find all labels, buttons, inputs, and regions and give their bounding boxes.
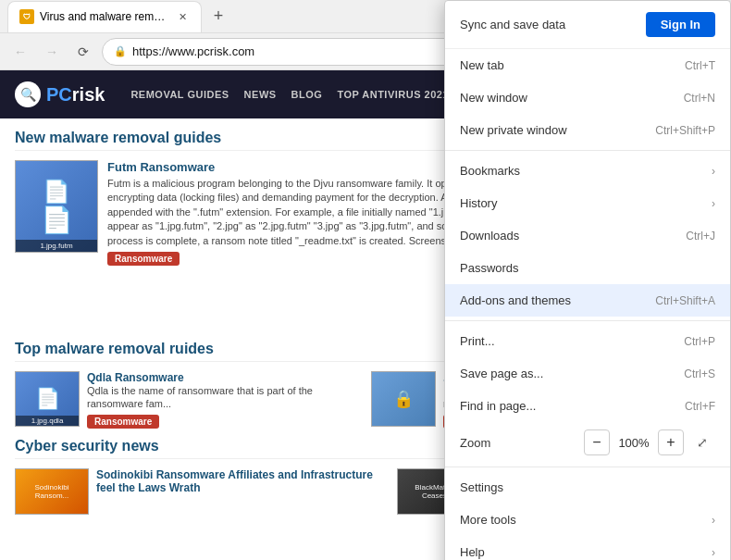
menu-item-new-window[interactable]: New window Ctrl+N	[445, 81, 730, 114]
menu-divider-3	[445, 467, 730, 467]
menu-zoom-row: Zoom − 100% + ⤢	[445, 422, 730, 463]
logo-icon: 🔍	[15, 81, 41, 107]
menu-item-new-tab[interactable]: New tab Ctrl+T	[445, 70, 730, 81]
qdla-article[interactable]: 📄 1.jpg.qdla Qdla Ransomware Qdla is the…	[15, 371, 360, 429]
menu-item-history[interactable]: History ›	[445, 187, 730, 219]
nav-news[interactable]: NEWS	[244, 89, 277, 100]
back-button[interactable]: ←	[7, 39, 33, 65]
qdla-thumb-label: 1.jpg.qdla	[16, 416, 79, 426]
qdla-title: Qdla Ransomware	[87, 371, 360, 384]
sodinokibi-thumb-text: Sodinokibi Ransom...	[19, 483, 84, 500]
qdla-badge: Ransomware	[87, 415, 159, 429]
menu-item-downloads[interactable]: Downloads Ctrl+J	[445, 219, 730, 252]
menu-item-passwords[interactable]: Passwords	[445, 252, 730, 284]
sodinokibi-title: Sodinokibi Ransomware Affiliates and Inf…	[96, 468, 386, 494]
lock-icon: 🔒	[114, 45, 127, 57]
futm-thumb-label: 1.jpg.futm	[16, 240, 97, 252]
nav-removal-guides[interactable]: REMOVAL GUIDES	[130, 89, 229, 100]
main-area: 🔍 PCrisk REMOVAL GUIDES NEWS BLOG TOP AN…	[0, 70, 731, 560]
forward-button[interactable]: →	[39, 39, 65, 65]
menu-item-more-tools[interactable]: More tools ›	[445, 504, 730, 536]
qdla-desc: Qdla is the name of ransomware that is p…	[87, 384, 360, 411]
menu-item-help[interactable]: Help ›	[445, 536, 730, 560]
sodinokibi-article[interactable]: Sodinokibi Ransom... Sodinokibi Ransomwa…	[15, 468, 386, 515]
menu-item-new-private-window[interactable]: New private window Ctrl+Shift+P	[445, 114, 730, 146]
tab-title: Virus and malware removal inst...	[40, 10, 169, 23]
active-tab[interactable]: 🛡 Virus and malware removal inst... ✕	[7, 1, 202, 32]
menu-item-print[interactable]: Print... Ctrl+P	[445, 325, 730, 357]
futm-thumb: 📄 1.jpg.futm	[15, 160, 98, 253]
sodinokibi-thumb: Sodinokibi Ransom...	[15, 468, 89, 515]
logo-pc: PC	[46, 84, 72, 105]
browser-menu-dropdown: Sync and save data Sign In New tab Ctrl+…	[444, 70, 731, 560]
menu-item-settings[interactable]: Settings	[445, 471, 730, 504]
zoom-controls: − 100% + ⤢	[584, 429, 715, 455]
menu-item-bookmarks[interactable]: Bookmarks ›	[445, 155, 730, 187]
menu-divider-2	[445, 320, 730, 321]
reload-button[interactable]: ⟳	[70, 39, 96, 65]
menu-item-addons[interactable]: Add-ons and themes Ctrl+Shift+A	[445, 284, 730, 317]
nav-antivirus[interactable]: TOP ANTIVIRUS 2021	[337, 89, 449, 100]
tab-bar: 🛡 Virus and malware removal inst... ✕ +	[7, 0, 231, 33]
menu-item-find[interactable]: Find in page... Ctrl+F	[445, 390, 730, 422]
tab-favicon: 🛡	[19, 9, 34, 24]
qdla-thumb: 📄 1.jpg.qdla	[15, 371, 80, 427]
qdla-info: Qdla Ransomware Qdla is the name of rans…	[87, 371, 360, 429]
futm-badge: Ransomware	[107, 252, 180, 266]
zoom-value: 100%	[615, 436, 652, 450]
site-logo[interactable]: 🔍 PCrisk	[15, 81, 105, 107]
logo-risk: risk	[72, 84, 105, 105]
nav-blog[interactable]: BLOG	[291, 89, 323, 100]
zoom-out-button[interactable]: −	[584, 429, 610, 455]
sodinokibi-info: Sodinokibi Ransomware Affiliates and Inf…	[96, 468, 386, 515]
menu-divider-1	[445, 150, 730, 151]
new-tab-button[interactable]: +	[205, 4, 231, 30]
menu-item-save-page[interactable]: Save page as... Ctrl+S	[445, 357, 730, 390]
tab-close-button[interactable]: ✕	[175, 9, 190, 24]
zoom-fullscreen-button[interactable]: ⤢	[689, 429, 715, 455]
zoom-in-button[interactable]: +	[658, 429, 684, 455]
google-ransomware-thumb: 🔒	[371, 371, 436, 427]
